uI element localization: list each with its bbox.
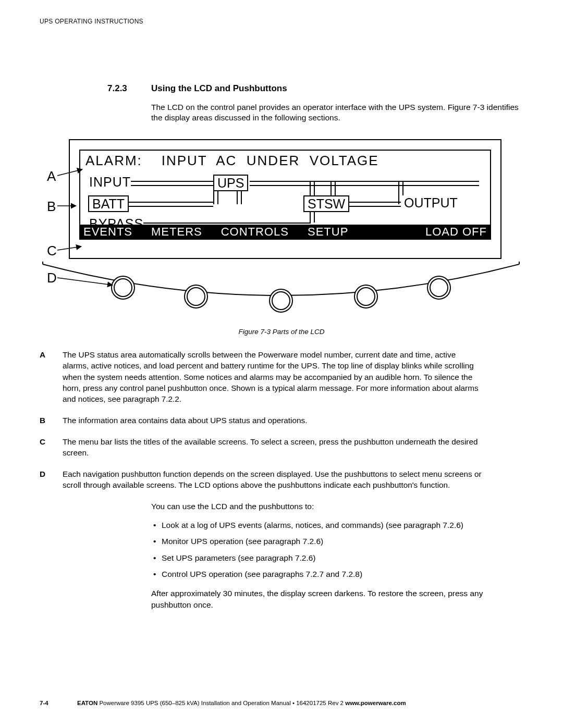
definition-letter: D xyxy=(40,468,63,490)
lcd-block-batt: BATT xyxy=(88,195,129,212)
body-lead: You can use the LCD and the pushbuttons … xyxy=(151,501,523,512)
lcd-inner-frame: ALARM: INPUT AC UNDER VOLTAGE INPUT BATT… xyxy=(79,150,491,240)
section-heading: 7.2.3 Using the LCD and Pushbuttons xyxy=(40,83,523,94)
list-item: Set UPS parameters (see paragraph 7.2.6) xyxy=(162,552,523,563)
footer-text: Powerware 9395 UPS (650–825 kVA) Install… xyxy=(97,700,345,706)
definition-item: B The information area contains data abo… xyxy=(40,415,482,426)
definition-text: The menu bar lists the titles of the ava… xyxy=(63,436,482,458)
running-header: UPS OPERATING INSTRUCTIONS xyxy=(40,18,523,25)
lcd-outer-frame: ALARM: INPUT AC UNDER VOLTAGE INPUT BATT… xyxy=(69,139,501,259)
wire xyxy=(342,202,401,207)
menu-setup: SETUP xyxy=(308,225,348,239)
body-bullets: Look at a log of UPS events (alarms, not… xyxy=(151,520,523,580)
lcd-label-output: OUTPUT xyxy=(401,195,461,210)
callout-c: C xyxy=(47,243,57,259)
wire xyxy=(250,181,479,186)
section-title: Using the LCD and Pushbuttons xyxy=(151,83,287,94)
page-footer: 7-4 EATON Powerware 9395 UPS (650–825 kV… xyxy=(40,700,523,706)
definition-text: Each navigation pushbutton function depe… xyxy=(63,468,482,490)
menu-events: EVENTS xyxy=(83,225,132,239)
lcd-figure: A B C D ALARM: INPUT AC UNDER VOLTAGE IN… xyxy=(40,139,522,322)
lcd-block-ups: UPS xyxy=(213,175,248,191)
body-tail: After approximately 30 minutes, the disp… xyxy=(151,588,523,610)
svg-point-1 xyxy=(114,279,132,297)
definition-item: A The UPS status area automatically scro… xyxy=(40,349,482,404)
callout-b: B xyxy=(47,199,56,215)
page-number: 7-4 xyxy=(40,700,77,706)
footer-url: www.powerware.com xyxy=(345,700,406,706)
intro-paragraph: The LCD on the control panel provides an… xyxy=(151,102,523,124)
definition-letter: B xyxy=(40,415,63,426)
callout-a: A xyxy=(47,168,56,184)
definition-item: C The menu bar lists the titles of the a… xyxy=(40,436,482,458)
body-block: You can use the LCD and the pushbuttons … xyxy=(151,501,523,610)
svg-point-7 xyxy=(357,288,375,305)
lcd-label-input: INPUT xyxy=(89,175,131,190)
pushbutton-panel xyxy=(40,259,522,322)
definition-letter: A xyxy=(40,349,63,404)
wire xyxy=(125,202,213,207)
definition-list: A The UPS status area automatically scro… xyxy=(40,349,482,490)
svg-point-3 xyxy=(187,288,205,305)
definition-text: The UPS status area automatically scroll… xyxy=(63,349,482,404)
definition-item: D Each navigation pushbutton function de… xyxy=(40,468,482,490)
figure-caption: Figure 7‑3 Parts of the LCD xyxy=(40,328,523,336)
lcd-menu-bar: EVENTS METERS CONTROLS SETUP LOAD OFF xyxy=(80,225,490,239)
list-item: Look at a log of UPS events (alarms, not… xyxy=(162,520,523,530)
menu-controls: CONTROLS xyxy=(221,225,289,239)
list-item: Control UPS operation (see paragraphs 7.… xyxy=(162,569,523,579)
definition-text: The information area contains data about… xyxy=(63,415,482,426)
menu-meters: METERS xyxy=(151,225,202,239)
wire xyxy=(129,181,213,186)
section-number: 7.2.3 xyxy=(40,83,151,94)
svg-point-9 xyxy=(430,279,448,297)
footer-brand: EATON xyxy=(77,700,97,706)
lcd-alarm-line: ALARM: INPUT AC UNDER VOLTAGE xyxy=(85,153,485,169)
svg-point-5 xyxy=(272,292,290,310)
list-item: Monitor UPS operation (see paragraph 7.2… xyxy=(162,536,523,547)
menu-load-off: LOAD OFF xyxy=(425,225,487,239)
definition-letter: C xyxy=(40,436,63,458)
lcd-block-stsw: STSW xyxy=(303,195,349,212)
